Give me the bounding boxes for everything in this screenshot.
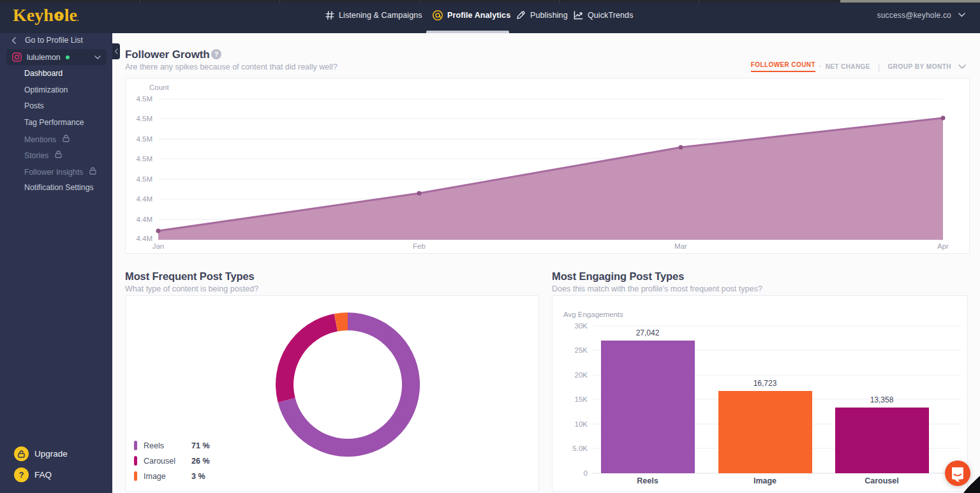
svg-text:Apr: Apr [937, 242, 949, 250]
svg-text:Mar: Mar [674, 242, 687, 250]
svg-text:Count: Count [149, 84, 169, 91]
svg-text:4.4M: 4.4M [136, 235, 152, 242]
svg-text:Jan: Jan [152, 242, 165, 250]
svg-text:Image: Image [754, 476, 776, 485]
svg-text:27,042: 27,042 [636, 328, 660, 337]
svg-text:20K: 20K [575, 371, 588, 379]
svg-text:4.4M: 4.4M [136, 195, 152, 203]
svg-text:4.5M: 4.5M [136, 95, 152, 103]
svg-text:10K: 10K [575, 420, 588, 428]
svg-text:4.5M: 4.5M [136, 115, 152, 122]
svg-text:Reels: Reels [637, 476, 658, 485]
svg-text:30K: 30K [575, 322, 588, 330]
svg-text:Avg Engagements: Avg Engagements [563, 311, 623, 318]
svg-text:25K: 25K [575, 346, 588, 354]
svg-text:15K: 15K [575, 395, 588, 403]
svg-text:0: 0 [584, 469, 588, 477]
svg-text:Feb: Feb [413, 242, 426, 250]
svg-text:13,358: 13,358 [870, 395, 894, 404]
svg-text:5.0K: 5.0K [572, 445, 588, 452]
svg-text:16,723: 16,723 [754, 379, 777, 388]
svg-text:4.5M: 4.5M [136, 155, 152, 163]
svg-text:4.5M: 4.5M [136, 175, 152, 183]
svg-text:Carousel: Carousel [865, 476, 899, 485]
svg-text:4.5M: 4.5M [136, 135, 152, 143]
svg-text:4.4M: 4.4M [136, 216, 152, 223]
